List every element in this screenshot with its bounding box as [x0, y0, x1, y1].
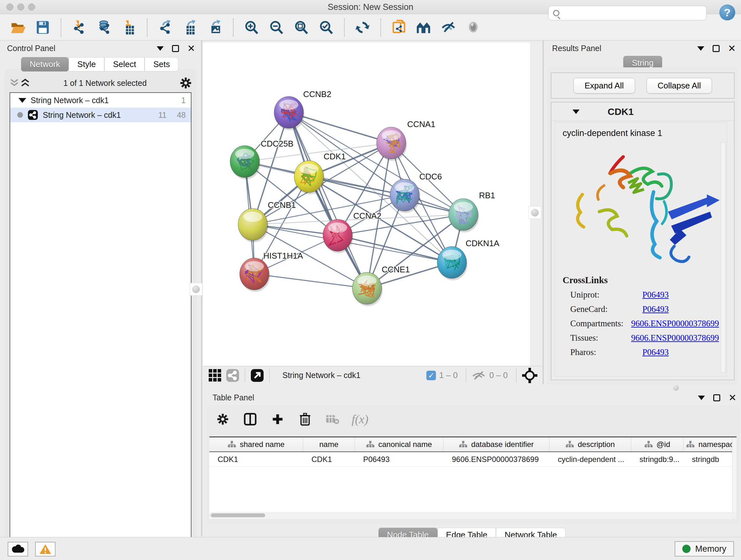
network-table-splitter[interactable] [203, 384, 741, 391]
column-header-database-identifier[interactable]: database identifier [444, 437, 549, 451]
save-session-button[interactable] [35, 19, 51, 36]
memory-button[interactable]: Memory [675, 541, 734, 557]
table-panel-float-icon[interactable] [713, 394, 720, 401]
table-panel-menu-icon[interactable] [698, 395, 705, 400]
hide-selected-button[interactable] [441, 19, 457, 36]
show-all-button[interactable] [465, 19, 482, 36]
gene-collapse-icon[interactable] [572, 110, 580, 114]
node-CDK1[interactable]: CDK1 [294, 152, 346, 194]
node-CCNB1[interactable]: CCNB1 [238, 200, 296, 242]
control-panel-collapse-handle[interactable] [190, 283, 202, 296]
node-table[interactable]: shared namename canonical name database … [209, 436, 737, 519]
zoom-in-button[interactable] [243, 19, 260, 36]
crosslink-link[interactable]: P06493 [643, 290, 669, 300]
node-CCNA2[interactable]: CCNA2 [323, 211, 381, 253]
zoom-selected-button[interactable] [318, 19, 334, 36]
node-label-CCNB2: CCNB2 [303, 89, 331, 99]
delete-column-trash-icon[interactable] [298, 412, 312, 426]
results-panel-float-icon[interactable] [713, 45, 720, 52]
network-canvas[interactable]: CCNB2CCNA1CDC25BCDK1CDC6RB1CCNB1CCNA2CDK… [203, 43, 530, 366]
crosslink-link[interactable]: 9606.ENSP00000378699 [631, 319, 719, 328]
import-network-database-button[interactable] [96, 19, 112, 36]
new-network-from-selection-icon [391, 20, 407, 35]
results-panel-collapse-handle[interactable] [529, 206, 541, 219]
export-image-button[interactable] [207, 19, 223, 36]
control-panel-close-icon[interactable]: ✕ [187, 45, 195, 52]
node-CCNB2[interactable]: CCNB2 [274, 89, 331, 130]
function-builder-icon: f(x) [353, 412, 367, 426]
string-network-icon [27, 110, 38, 120]
tab-network[interactable]: Network [21, 57, 69, 71]
collapse-all-button[interactable]: Collapse All [647, 78, 712, 94]
crosslink-link[interactable]: P06493 [643, 348, 669, 357]
crosslink-link[interactable]: 9606.ENSP00000378699 [631, 333, 719, 343]
column-header-name[interactable]: name [303, 437, 355, 451]
node-CCNA1[interactable]: CCNA1 [377, 119, 435, 161]
network-tree-row[interactable]: String Network – cdk11148 [10, 108, 191, 122]
column-header-description[interactable]: description [549, 437, 631, 451]
column-header-shared-name[interactable]: shared name [209, 437, 303, 451]
tree-expander-icon[interactable] [18, 98, 26, 103]
column-header-canonical-name[interactable]: canonical name [355, 437, 444, 451]
import-network-file-button[interactable] [71, 19, 87, 36]
search-input[interactable] [559, 7, 706, 19]
network-options-gear-icon[interactable] [179, 77, 192, 89]
warnings-button[interactable] [35, 542, 56, 557]
expand-all-button[interactable]: Expand All [574, 78, 635, 94]
column-type-icon [459, 441, 467, 448]
crosslink-row: Tissues: 9606.ENSP00000378699 [562, 333, 719, 343]
tab-sets[interactable]: Sets [145, 57, 179, 71]
show-columns-icon[interactable] [243, 412, 257, 426]
tab-select[interactable]: Select [105, 57, 145, 71]
table-row[interactable]: CDK1CDK1P064939606.ENSP00000378699cyclin… [209, 452, 737, 467]
string-view-icon[interactable] [226, 368, 240, 382]
node-CCNE1[interactable]: CCNE1 [352, 265, 410, 306]
edge-HIST1H1A-CCNE1[interactable] [254, 274, 367, 288]
refresh-button[interactable] [354, 19, 371, 36]
zoom-fit-button[interactable] [293, 19, 310, 36]
control-panel-menu-icon[interactable] [157, 46, 164, 51]
refresh-icon [355, 20, 370, 35]
import-table-file-button[interactable] [121, 19, 137, 36]
column-header--id[interactable]: @id [631, 437, 684, 451]
network-name: String Network – cdk1 [30, 96, 166, 105]
results-panel-close-icon[interactable]: ✕ [728, 45, 736, 52]
collapse-all-networks-icon[interactable] [9, 78, 20, 88]
fit-selected-crosshair-icon[interactable] [522, 367, 538, 384]
node-CDC6[interactable]: CDC6 [390, 172, 442, 213]
network-tree-row[interactable]: String Network – cdk11 [10, 93, 191, 108]
table-panel-close-icon[interactable]: ✕ [729, 394, 737, 401]
results-panel-menu-icon[interactable] [697, 46, 704, 51]
results-scrollbar[interactable] [721, 142, 725, 373]
zoom-out-button[interactable] [268, 19, 285, 36]
open-session-button[interactable] [10, 19, 26, 36]
zoom-in-icon [244, 20, 259, 35]
edge-CCNA2-CDKN1A[interactable] [338, 235, 452, 262]
zoom-out-icon [269, 20, 284, 35]
tab-style[interactable]: Style [69, 57, 105, 71]
edge-CCNB2-CCNE1[interactable] [289, 112, 367, 288]
create-column-plus-icon[interactable] [271, 412, 285, 426]
network-results-splitter[interactable] [542, 41, 544, 385]
gene-panel-header[interactable]: CDK1 [551, 103, 734, 121]
selected-checkbox-icon[interactable]: ✓ [426, 371, 436, 380]
export-network-button[interactable] [157, 19, 174, 36]
export-table-button[interactable] [182, 19, 199, 36]
column-header-namespace[interactable]: namespace [684, 437, 737, 451]
birdseye-grid-icon[interactable] [209, 369, 221, 381]
node-CDKN1A[interactable]: CDKN1A [437, 239, 499, 280]
first-neighbors-button[interactable] [415, 19, 432, 36]
help-button[interactable]: ? [719, 4, 735, 20]
control-panel-float-icon[interactable] [172, 45, 179, 52]
table-horizontal-scrollbar[interactable] [209, 512, 737, 518]
expand-all-networks-icon[interactable] [20, 78, 30, 88]
node-HIST1H1A[interactable]: HIST1H1A [240, 251, 303, 292]
table-options-gear-icon[interactable] [216, 412, 230, 426]
new-network-from-selection-button[interactable] [391, 19, 407, 36]
table-vertical-scrollbar[interactable] [732, 437, 737, 519]
node-RB1[interactable]: RB1 [449, 191, 495, 233]
cloud-status-button[interactable] [8, 542, 28, 557]
open-in-new-window-icon[interactable] [250, 368, 264, 382]
results-panel-title: Results Panel [552, 44, 601, 53]
crosslink-link[interactable]: P06493 [643, 304, 669, 314]
